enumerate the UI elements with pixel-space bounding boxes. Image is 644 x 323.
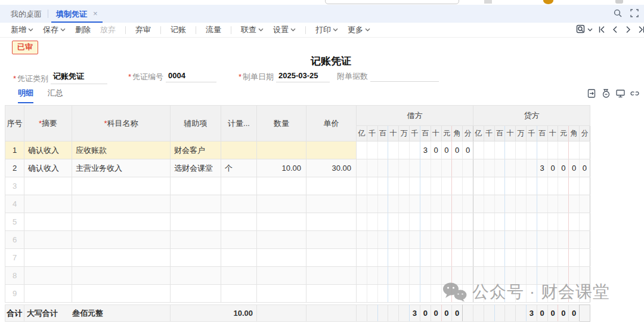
digit-cell[interactable]: [388, 267, 399, 285]
digit-cell[interactable]: [537, 141, 547, 159]
digit-cell[interactable]: [410, 249, 420, 267]
cell-account[interactable]: [72, 231, 171, 249]
digit-cell[interactable]: [484, 267, 494, 285]
close-icon[interactable]: ×: [93, 9, 98, 18]
digit-cell[interactable]: [410, 213, 420, 231]
digit-cell[interactable]: [399, 285, 410, 303]
digit-cell[interactable]: [357, 267, 367, 285]
digit-cell[interactable]: [441, 159, 452, 177]
digit-cell[interactable]: [484, 195, 494, 213]
cell-account[interactable]: 主营业务收入: [72, 159, 171, 177]
digit-cell[interactable]: 0: [547, 305, 558, 322]
cell-account[interactable]: [72, 285, 171, 303]
digit-cell[interactable]: [527, 285, 537, 303]
digit-cell[interactable]: [473, 285, 484, 303]
digit-cell[interactable]: [494, 213, 505, 231]
digit-cell[interactable]: [420, 177, 431, 195]
digit-cell[interactable]: 0: [558, 159, 569, 177]
digit-cell[interactable]: [505, 249, 516, 267]
digit-cell[interactable]: [473, 267, 484, 285]
cell-summary[interactable]: 确认收入: [24, 159, 72, 177]
digit-cell[interactable]: [569, 231, 580, 249]
display-icon[interactable]: [615, 88, 626, 99]
digit-cell[interactable]: [463, 195, 473, 213]
digit-cell[interactable]: [516, 141, 527, 159]
digit-cell[interactable]: 0: [569, 305, 580, 322]
digit-cell[interactable]: [367, 195, 377, 213]
digit-cell[interactable]: [558, 231, 569, 249]
digit-cell[interactable]: [547, 249, 558, 267]
toolbar-button[interactable]: 更多: [348, 24, 370, 35]
digit-cell[interactable]: [410, 177, 420, 195]
digit-cell[interactable]: [547, 285, 558, 303]
cell-auxiliary[interactable]: [171, 195, 221, 213]
cell-price[interactable]: [306, 285, 357, 303]
digit-cell[interactable]: [357, 231, 367, 249]
digit-cell[interactable]: [558, 195, 569, 213]
digit-cell[interactable]: [484, 249, 494, 267]
digit-cell[interactable]: [537, 213, 547, 231]
digit-cell[interactable]: [410, 285, 420, 303]
digit-cell[interactable]: [547, 177, 558, 195]
digit-cell[interactable]: [494, 249, 505, 267]
digit-cell[interactable]: [452, 231, 463, 249]
digit-cell[interactable]: [431, 213, 441, 231]
cell-account[interactable]: [72, 249, 171, 267]
digit-cell[interactable]: [463, 213, 473, 231]
digit-cell[interactable]: [377, 195, 388, 213]
digit-cell[interactable]: [505, 159, 516, 177]
cell-quantity[interactable]: [257, 177, 306, 195]
digit-cell[interactable]: [473, 141, 484, 159]
digit-cell[interactable]: [367, 213, 377, 231]
digit-cell[interactable]: [547, 213, 558, 231]
cell-price[interactable]: 30.00: [306, 159, 357, 177]
cell-summary[interactable]: [24, 285, 72, 303]
digit-cell[interactable]: [441, 267, 452, 285]
digit-cell[interactable]: [431, 285, 441, 303]
digit-cell[interactable]: [537, 249, 547, 267]
digit-cell[interactable]: [547, 195, 558, 213]
digit-cell[interactable]: [431, 195, 441, 213]
digit-cell[interactable]: [527, 177, 537, 195]
cell-auxiliary[interactable]: [171, 231, 221, 249]
digit-cell[interactable]: [431, 267, 441, 285]
digit-cell[interactable]: [558, 213, 569, 231]
digit-cell[interactable]: [505, 177, 516, 195]
digit-cell[interactable]: [494, 305, 505, 322]
zoom-query-icon[interactable]: [576, 24, 593, 35]
cell-summary[interactable]: [24, 231, 72, 249]
cell-quantity[interactable]: [257, 285, 306, 303]
digit-cell[interactable]: [527, 195, 537, 213]
cell-quantity[interactable]: 10.00: [257, 159, 306, 177]
digit-cell[interactable]: [537, 231, 547, 249]
digit-cell[interactable]: [473, 249, 484, 267]
digit-cell[interactable]: [569, 195, 580, 213]
digit-cell[interactable]: [420, 249, 431, 267]
digit-cell[interactable]: [527, 267, 537, 285]
digit-cell[interactable]: [463, 231, 473, 249]
toolbar-button[interactable]: 记账: [171, 24, 186, 35]
cell-auxiliary[interactable]: [171, 285, 221, 303]
digit-cell[interactable]: [410, 159, 420, 177]
digit-cell[interactable]: [420, 195, 431, 213]
digit-cell[interactable]: [388, 159, 399, 177]
digit-cell[interactable]: 0: [431, 141, 441, 159]
link-icon[interactable]: [630, 88, 640, 99]
digit-cell[interactable]: [494, 285, 505, 303]
toolbar-button[interactable]: 新增: [11, 24, 33, 35]
digit-cell[interactable]: [388, 305, 399, 322]
digit-cell[interactable]: [505, 231, 516, 249]
digit-cell[interactable]: [441, 213, 452, 231]
digit-cell[interactable]: 3: [527, 305, 537, 322]
digit-cell[interactable]: [367, 231, 377, 249]
cell-price[interactable]: [306, 249, 357, 267]
tab-my-desktop[interactable]: 我的桌面: [11, 9, 42, 20]
digit-cell[interactable]: [569, 249, 580, 267]
tab-summary[interactable]: 汇总: [48, 88, 63, 103]
cell-unit[interactable]: [221, 177, 257, 195]
cell-unit[interactable]: [221, 249, 257, 267]
digit-cell[interactable]: [516, 231, 527, 249]
digit-cell[interactable]: [494, 231, 505, 249]
digit-cell[interactable]: [399, 231, 410, 249]
cell-unit[interactable]: 个: [221, 159, 257, 177]
